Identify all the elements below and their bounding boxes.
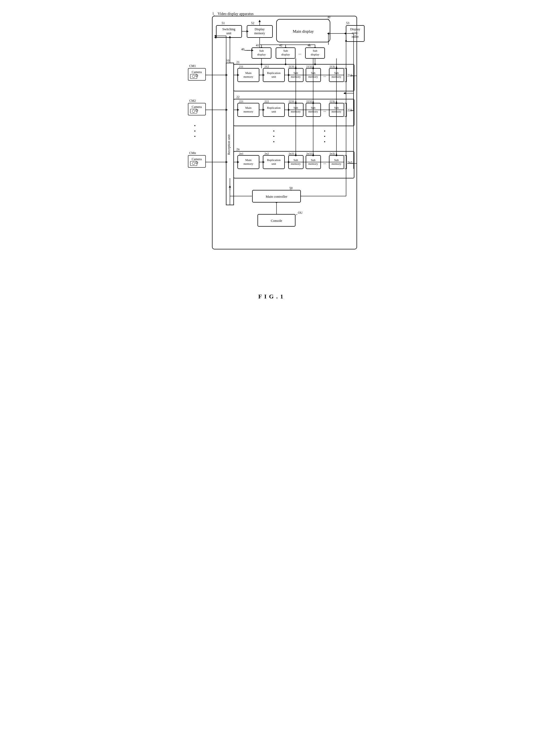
dots-1: ...	[298, 51, 301, 55]
camera-n-label: Camera	[192, 157, 202, 161]
main-memory-2n1-label2: memory	[243, 162, 253, 165]
main-controller-label: Main controller	[266, 194, 287, 199]
sub-mem-2n3j-label2: memory	[331, 162, 341, 165]
num-21: 21	[236, 60, 240, 64]
right-dots2: •	[324, 134, 325, 139]
main-memory-211-label: Main	[245, 71, 252, 74]
svg-point-140	[312, 155, 314, 156]
switching-unit-label: Switching	[222, 27, 235, 31]
num-2n3: 2n3	[347, 160, 352, 164]
num-1: 1	[212, 11, 214, 15]
sub-mem-2n32-label2: memory	[308, 162, 318, 165]
num-223: 223	[347, 108, 352, 112]
display-controller-label: Display	[350, 27, 360, 31]
rep-unit-2n2-label: Replication	[267, 158, 280, 162]
camera-2-label: Camera	[192, 105, 202, 109]
num-50: 50	[289, 186, 292, 190]
num-223j: 223j	[329, 100, 335, 103]
num-2231: 2231	[288, 100, 294, 103]
main-display-label: Main display	[292, 29, 314, 33]
svg-point-139	[312, 102, 314, 104]
main-memory-211-label2: memory	[243, 75, 253, 78]
svg-point-138	[312, 68, 314, 69]
num-222: 222	[265, 100, 269, 103]
num-10: 10	[226, 59, 230, 62]
svg-point-135	[295, 102, 296, 104]
display-memory-label2: memory	[254, 31, 265, 35]
cmn-label: CMn	[189, 151, 196, 155]
main-memory-221-label: Main	[245, 106, 252, 109]
sub-display-4k-label: Sub	[312, 49, 317, 52]
num-2n2: 2n2	[265, 152, 269, 155]
ou-label: OU	[298, 211, 303, 215]
sub-mem-2n31-label: Sub	[293, 158, 298, 162]
svg-point-127	[285, 63, 286, 65]
num-2131: 2131	[288, 65, 294, 68]
svg-point-134	[295, 68, 296, 69]
mid-dots: •	[273, 129, 274, 133]
num-2n32: 2n32	[306, 152, 312, 155]
num-2n31: 2n31	[288, 152, 294, 155]
sub-display-41-label2: display	[257, 53, 266, 56]
console-label: Console	[271, 219, 282, 223]
num-2n: 2n	[236, 147, 240, 151]
sub-display-4k-label2: display	[311, 53, 319, 56]
rep-unit-222-label2: unit	[271, 110, 276, 113]
num-221: 221	[239, 100, 244, 103]
num-2132: 2132	[306, 65, 312, 68]
rep-unit-212-label: Replication	[267, 71, 280, 74]
num-213j: 213j	[329, 65, 335, 68]
mid-dots3: •	[273, 140, 274, 144]
sub-display-42-label2: display	[281, 53, 290, 56]
num-2n1: 2n1	[239, 152, 244, 155]
num-41: 41	[256, 43, 259, 47]
cam-dots2: •	[194, 129, 196, 133]
dots-4: ...	[323, 161, 326, 165]
display-controller-label2: cont-	[352, 31, 358, 35]
right-dots: •	[324, 129, 325, 133]
camera-1-label: Camera	[192, 70, 202, 74]
rep-unit-2n2-label2: unit	[271, 162, 276, 165]
svg-point-129	[314, 63, 316, 65]
display-memory-label: Display	[255, 27, 265, 31]
num-51: 51	[222, 21, 225, 25]
svg-point-136	[295, 155, 296, 156]
switching-unit-label2: unit	[226, 31, 231, 35]
num-4k: 4k	[307, 43, 311, 47]
reception-unit-label: Reception unit	[227, 134, 231, 155]
num-30: 30	[327, 15, 330, 19]
num-211: 211	[239, 65, 243, 68]
main-memory-2n1-label: Main	[245, 158, 252, 162]
dots-3: ...	[323, 108, 326, 113]
num-2232: 2232	[306, 100, 312, 103]
dots-2: ...	[323, 74, 326, 78]
display-controller-label3: roller	[352, 35, 359, 39]
num-212: 212	[265, 65, 269, 68]
page: Video display apparatus 1 Switching unit…	[175, 5, 367, 305]
svg-point-144	[336, 155, 337, 156]
sub-display-42-label: Sub	[283, 49, 288, 52]
num-22: 22	[236, 95, 240, 99]
right-dots3: •	[324, 140, 325, 144]
num-42: 42	[279, 43, 282, 47]
fig-caption: F I G . 1	[180, 293, 362, 300]
num-40: 40	[241, 47, 245, 51]
num-2n3j: 2n3j	[329, 152, 335, 155]
cm2-label: CM2	[189, 99, 196, 103]
sub-mem-2n32-label: Sub	[311, 158, 315, 162]
cam-dots3: •	[194, 134, 196, 139]
sub-mem-2n31-label2: memory	[291, 162, 300, 165]
sub-mem-2n3j-label: Sub	[334, 158, 339, 162]
diagram-container: Video display apparatus 1 Switching unit…	[175, 5, 367, 305]
svg-point-142	[336, 68, 337, 69]
apparatus-label: Video display apparatus	[218, 12, 254, 16]
sub-display-41-label: Sub	[259, 49, 264, 52]
main-memory-221-label2: memory	[243, 110, 253, 113]
svg-point-143	[336, 102, 337, 104]
cam-dots: •	[194, 123, 196, 128]
mid-dots2: •	[273, 134, 274, 139]
cm1-label: CM1	[189, 64, 196, 68]
rep-unit-212-label2: unit	[271, 75, 276, 78]
num-213: 213	[347, 73, 352, 77]
rep-unit-222-label: Replication	[267, 106, 280, 109]
